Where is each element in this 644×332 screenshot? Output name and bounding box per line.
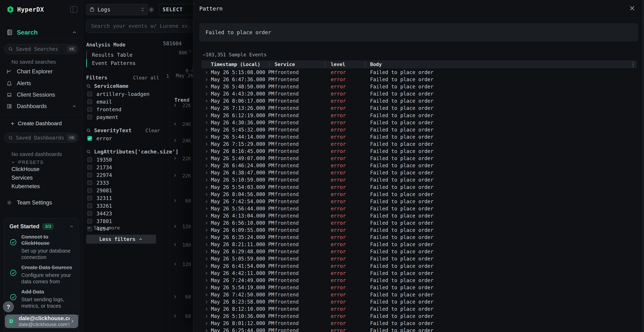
table-row[interactable]: May 26 8:04:56.000 PMfrontenderrorFailed…: [202, 191, 637, 198]
table-row[interactable]: May 26 5:10:36.000 PMfrontenderrorFailed…: [202, 313, 637, 320]
get-started-item[interactable]: Create Data Sources Configure where your…: [4, 262, 79, 286]
checkbox[interactable]: [87, 172, 92, 178]
table-row[interactable]: May 26 7:42:54.000 PMfrontenderrorFailed…: [202, 198, 637, 205]
sidebar-item-client-sessions[interactable]: Client Sessions: [0, 90, 82, 100]
checkbox[interactable]: [87, 211, 92, 216]
filter-option[interactable]: 21734: [86, 164, 160, 171]
filter-option[interactable]: 37801: [86, 217, 160, 225]
table-row[interactable]: May 26 6:25:44.000 PMfrontenderrorFailed…: [202, 327, 637, 332]
checkbox[interactable]: [87, 188, 92, 193]
table-row[interactable]: May 26 5:15:08.000 PMfrontenderrorFailed…: [202, 69, 637, 76]
mode-results-table[interactable]: Results Table: [86, 51, 132, 59]
checkbox[interactable]: [87, 92, 92, 96]
table-row[interactable]: May 26 5:05:59.000 PMfrontenderrorFailed…: [202, 255, 637, 262]
close-icon[interactable]: [629, 5, 636, 12]
help-button[interactable]: ?: [3, 301, 14, 312]
table-row[interactable]: May 26 5:54:19.000 PMfrontenderrorFailed…: [202, 284, 637, 291]
table-row[interactable]: May 26 5:10:59.000 PMfrontenderrorFailed…: [202, 176, 637, 184]
sidebar-collapse-icon[interactable]: [70, 6, 78, 13]
table-row[interactable]: May 26 5:54:03.000 PMfrontenderrorFailed…: [202, 184, 637, 191]
preset-services[interactable]: Services: [12, 174, 33, 181]
sidebar-item-search[interactable]: Search: [6, 28, 77, 37]
checkbox[interactable]: [87, 99, 92, 104]
table-row[interactable]: May 26 4:13:04.000 PMfrontenderrorFailed…: [202, 212, 637, 220]
column-resize-handle[interactable]: [365, 62, 366, 66]
event-search-input[interactable]: Search your events w/ Lucene ex. colu: [86, 19, 208, 32]
filter-option[interactable]: 32311: [86, 194, 160, 202]
filter-option[interactable]: payment: [86, 113, 160, 121]
table-row[interactable]: May 26 7:15:29.000 PMfrontenderrorFailed…: [202, 140, 637, 148]
clear-all-filters-link[interactable]: Clear all: [133, 75, 159, 80]
table-row[interactable]: May 26 7:24:49.000 PMfrontenderrorFailed…: [202, 277, 637, 284]
sidebar-item-alerts[interactable]: Alerts: [0, 78, 82, 88]
column-resize-handle[interactable]: [325, 62, 325, 66]
filter-option[interactable]: 2333: [86, 179, 160, 186]
filter-clear-link[interactable]: Clear: [146, 128, 160, 133]
sidebar-item-team-settings[interactable]: Team Settings: [6, 198, 52, 207]
table-row[interactable]: May 26 5:45:32.000 PMfrontenderrorFailed…: [202, 126, 637, 134]
column-header-service[interactable]: Service: [274, 60, 295, 68]
table-row[interactable]: May 26 4:42:11.000 PMfrontenderrorFailed…: [202, 270, 637, 277]
filter-option[interactable]: error: [86, 134, 160, 142]
user-account-button[interactable]: D dale@clickhouse.com dale@clickhouse.co…: [5, 314, 78, 328]
source-select[interactable]: Logs: [86, 4, 148, 15]
mode-event-patterns[interactable]: Event Patterns: [86, 59, 136, 67]
checkbox[interactable]: [87, 157, 92, 162]
checkbox[interactable]: [87, 180, 92, 185]
checkbox[interactable]: [87, 107, 92, 112]
table-row[interactable]: May 26 6:41:54.000 PMfrontenderrorFailed…: [202, 262, 637, 270]
table-row[interactable]: May 26 6:09:55.000 PMfrontenderrorFailed…: [202, 227, 637, 234]
get-started-header[interactable]: Get Started 3/3: [4, 218, 79, 231]
filter-option[interactable]: frontend: [86, 106, 160, 113]
column-resize-handle[interactable]: [269, 62, 270, 66]
table-row[interactable]: May 26 5:49:07.000 PMfrontenderrorFailed…: [202, 155, 637, 162]
scrollbar[interactable]: [642, 0, 644, 332]
table-row[interactable]: May 26 8:21:11.000 PMfrontenderrorFailed…: [202, 241, 637, 248]
filter-option[interactable]: 34423: [86, 210, 160, 217]
table-row[interactable]: May 26 8:12:10.000 PMfrontenderrorFailed…: [202, 306, 637, 313]
table-row[interactable]: May 26 5:44:14.000 PMfrontenderrorFailed…: [202, 134, 637, 140]
table-row[interactable]: May 26 8:23:58.000 PMfrontenderrorFailed…: [202, 298, 637, 306]
filter-option[interactable]: 22974: [86, 171, 160, 179]
sidebar-item-chart-explorer[interactable]: Chart Explorer: [0, 66, 82, 76]
table-row[interactable]: May 26 4:43:20.000 PMfrontenderrorFailed…: [202, 90, 637, 98]
table-row[interactable]: May 26 6:47:36.000 PMfrontenderrorFailed…: [202, 76, 637, 83]
filter-option[interactable]: 29081: [86, 186, 160, 194]
show-more-toggle[interactable]: Show more: [86, 225, 120, 230]
table-row[interactable]: May 26 4:38:47.000 PMfrontenderrorFailed…: [202, 169, 637, 176]
checkbox[interactable]: [87, 204, 92, 208]
table-row[interactable]: May 26 6:12:19.000 PMfrontenderrorFailed…: [202, 112, 637, 119]
get-started-item[interactable]: Connect to ClickHouse Set up your databa…: [4, 231, 79, 262]
filter-option[interactable]: 19350: [86, 156, 160, 164]
less-filters-button[interactable]: Less filters: [86, 235, 156, 244]
filter-option[interactable]: artillery-loadgen: [86, 90, 160, 98]
table-row[interactable]: May 26 6:46:24.000 PMfrontenderrorFailed…: [202, 162, 637, 169]
table-row[interactable]: May 26 6:56:10.000 PMfrontenderrorFailed…: [202, 220, 637, 227]
preset-clickhouse[interactable]: ClickHouse: [12, 166, 40, 172]
checkbox-checked[interactable]: [87, 136, 92, 141]
checkbox[interactable]: [87, 115, 92, 120]
checkbox[interactable]: [87, 165, 92, 170]
source-settings-gear-icon[interactable]: [148, 6, 154, 13]
saved-searches-input[interactable]: Saved Searches ⌘K: [4, 44, 79, 54]
table-row[interactable]: May 26 6:29:48.000 PMfrontenderrorFailed…: [202, 248, 637, 255]
checkbox[interactable]: [87, 196, 92, 200]
table-row[interactable]: May 26 8:16:45.000 PMfrontenderrorFailed…: [202, 148, 637, 155]
table-row[interactable]: May 26 7:42:50.000 PMfrontenderrorFailed…: [202, 291, 637, 298]
column-header-body[interactable]: Body: [370, 60, 382, 68]
sidebar-item-dashboards[interactable]: Dashboards: [0, 101, 82, 111]
checkbox[interactable]: [87, 219, 92, 224]
table-options-kebab-icon[interactable]: ⋮: [630, 61, 636, 68]
table-row[interactable]: May 26 4:30:36.000 PMfrontenderrorFailed…: [202, 119, 637, 126]
presets-toggle[interactable]: PRESETS: [11, 160, 44, 165]
filter-option[interactable]: email: [86, 98, 160, 106]
saved-dashboards-input[interactable]: Saved Dashboards ⌘K: [4, 133, 79, 143]
table-row[interactable]: May 26 8:06:17.000 PMfrontenderrorFailed…: [202, 98, 637, 105]
column-header-level[interactable]: level: [331, 60, 345, 68]
create-dashboard-button[interactable]: + Create Dashboard: [11, 119, 62, 128]
table-row[interactable]: May 26 7:13:26.000 PMfrontenderrorFailed…: [202, 105, 637, 112]
get-started-item[interactable]: Add Data Start sending logs, metrics, or…: [4, 286, 79, 310]
table-row[interactable]: May 26 6:35:24.000 PMfrontenderrorFailed…: [202, 234, 637, 241]
table-row[interactable]: May 26 5:56:44.000 PMfrontenderrorFailed…: [202, 205, 637, 212]
table-row[interactable]: May 26 5:48:50.000 PMfrontenderrorFailed…: [202, 83, 637, 90]
